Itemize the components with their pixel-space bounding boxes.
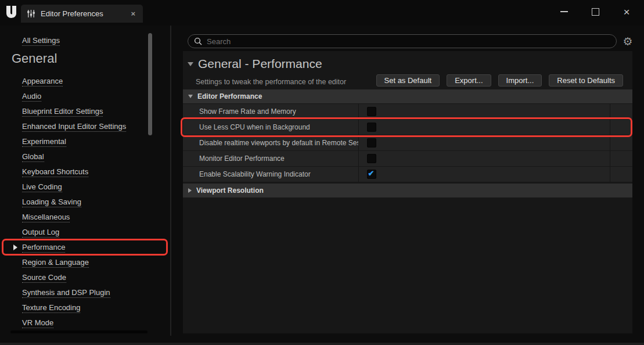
settings-panel: General - Performance Settings to tweak … xyxy=(183,51,632,333)
export-button[interactable]: Export... xyxy=(447,74,491,87)
reset-to-defaults-button[interactable]: Reset to Defaults xyxy=(549,74,623,87)
row-use-less-cpu-background: Use Less CPU when in Background xyxy=(183,120,632,135)
checkbox-disable-realtime-viewports[interactable] xyxy=(367,138,376,148)
sidebar-item-audio[interactable]: Audio xyxy=(5,89,168,104)
sidebar-item-source-code[interactable]: Source Code xyxy=(5,270,168,285)
unreal-logo-icon xyxy=(5,5,19,19)
sidebar-list: Appearance Audio Blueprint Editor Settin… xyxy=(5,74,168,330)
search-icon xyxy=(194,37,202,45)
section-expanded-icon xyxy=(188,95,193,98)
sidebar-item-appearance[interactable]: Appearance xyxy=(5,74,168,89)
tab-title: Editor Preferences xyxy=(41,9,129,18)
checkbox-enable-scalability-warning[interactable] xyxy=(367,170,376,179)
sidebar-item-synthesis-dsp-plugin[interactable]: Synthesis and DSP Plugin xyxy=(5,285,168,300)
row-monitor-editor-performance: Monitor Editor Performance xyxy=(183,151,632,166)
sidebar-item-texture-encoding[interactable]: Texture Encoding xyxy=(5,300,168,315)
tab-editor-preferences[interactable]: Editor Preferences × xyxy=(21,5,143,23)
search-input[interactable] xyxy=(207,37,610,46)
page-title: General - Performance xyxy=(198,57,322,71)
sidebar-item-live-coding[interactable]: Live Coding xyxy=(5,179,168,195)
sidebar-item-performance[interactable]: Performance xyxy=(5,240,168,255)
sidebar-horizontal-scrollbar[interactable] xyxy=(10,330,147,333)
settings-gear-icon[interactable]: ⚙ xyxy=(621,34,635,49)
sidebar-item-miscellaneous[interactable]: Miscellaneous xyxy=(5,210,168,225)
expander-arrow-icon xyxy=(13,245,17,250)
section-viewport-resolution[interactable]: Viewport Resolution xyxy=(183,184,632,197)
sidebar-scrollbar[interactable] xyxy=(148,33,152,135)
sidebar-item-vr-mode[interactable]: VR Mode xyxy=(5,315,168,330)
checkbox-show-frame-rate[interactable] xyxy=(367,107,376,116)
sidebar-item-blueprint-editor-settings[interactable]: Blueprint Editor Settings xyxy=(5,104,168,119)
window-bottom-edge xyxy=(0,343,644,345)
sidebar-item-experimental[interactable]: Experimental xyxy=(5,134,168,149)
close-button[interactable]: × xyxy=(618,3,635,20)
row-disable-realtime-viewports: Disable realtime viewports by default in… xyxy=(183,135,632,150)
search-bar[interactable] xyxy=(188,34,617,48)
maximize-button[interactable] xyxy=(587,3,603,20)
section-editor-performance[interactable]: Editor Performance xyxy=(183,89,632,103)
editor-preferences-window: Editor Preferences × × All Settings Gene… xyxy=(0,0,644,345)
all-settings-link[interactable]: All Settings xyxy=(22,36,60,46)
set-as-default-button[interactable]: Set as Default xyxy=(376,74,440,87)
action-buttons: Set as Default Export... Import... Reset… xyxy=(376,74,623,87)
minimize-button[interactable] xyxy=(556,3,572,20)
collapse-title-icon[interactable] xyxy=(188,62,193,66)
property-rows: Show Frame Rate and Memory Use Less CPU … xyxy=(183,104,632,182)
sidebar-item-keyboard-shortcuts[interactable]: Keyboard Shortcuts xyxy=(5,164,168,179)
window-controls: × xyxy=(556,0,644,23)
tab-close-icon[interactable]: × xyxy=(129,9,137,18)
sidebar-item-enhanced-input-editor-settings[interactable]: Enhanced Input Editor Settings xyxy=(5,119,168,134)
page-subtitle: Settings to tweak the performance of the… xyxy=(196,78,346,86)
row-enable-scalability-warning: Enable Scalability Warning Indicator xyxy=(183,167,632,182)
import-button[interactable]: Import... xyxy=(498,74,542,87)
sidebar-item-region-language[interactable]: Region & Language xyxy=(5,255,168,270)
checkbox-use-less-cpu[interactable] xyxy=(367,123,376,132)
sliders-icon xyxy=(27,9,35,18)
sidebar-section-heading: General xyxy=(12,51,57,66)
sidebar-item-output-log[interactable]: Output Log xyxy=(5,225,168,240)
sidebar-divider xyxy=(170,26,171,336)
checkbox-monitor-editor-performance[interactable] xyxy=(367,154,376,163)
row-show-frame-rate-and-memory: Show Frame Rate and Memory xyxy=(183,104,632,119)
sidebar-item-loading-saving[interactable]: Loading & Saving xyxy=(5,195,168,210)
section-collapsed-icon xyxy=(188,188,192,193)
titlebar: Editor Preferences × × xyxy=(0,0,644,26)
settings-sidebar: All Settings General Appearance Audio Bl… xyxy=(5,28,168,335)
sidebar-item-global[interactable]: Global xyxy=(5,149,168,164)
